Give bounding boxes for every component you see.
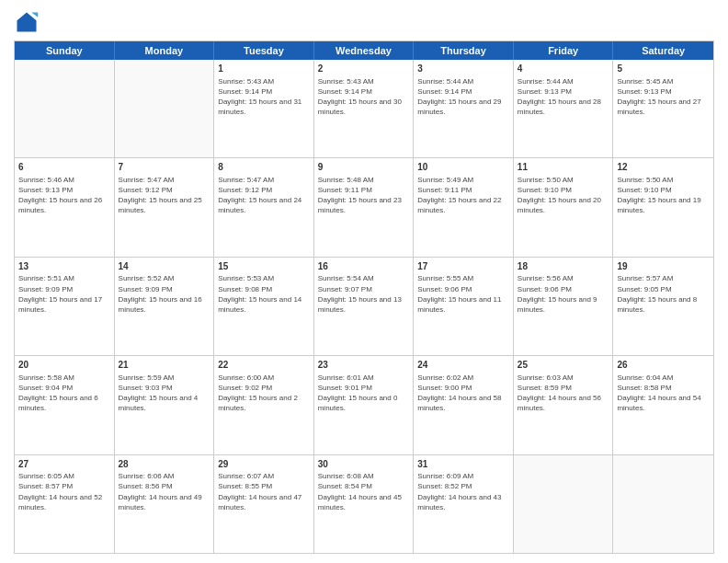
day-number: 14: [119, 260, 210, 273]
day-number: 13: [18, 260, 110, 273]
cal-header-day: Wednesday: [314, 41, 415, 60]
svg-marker-1: [31, 13, 38, 17]
cell-details: Sunrise: 6:08 AM Sunset: 8:54 PM Dayligh…: [318, 471, 410, 512]
day-number: 25: [518, 359, 609, 372]
day-number: 22: [218, 359, 310, 372]
svg-marker-0: [17, 13, 37, 32]
cell-details: Sunrise: 6:05 AM Sunset: 8:57 PM Dayligh…: [18, 471, 110, 512]
calendar-body: 1Sunrise: 5:43 AM Sunset: 9:14 PM Daylig…: [15, 60, 713, 553]
calendar-cell: 19Sunrise: 5:57 AM Sunset: 9:05 PM Dayli…: [613, 258, 713, 355]
calendar-cell: 10Sunrise: 5:49 AM Sunset: 9:11 PM Dayli…: [414, 158, 514, 256]
cell-details: Sunrise: 5:53 AM Sunset: 9:08 PM Dayligh…: [218, 273, 310, 315]
calendar-cell: 21Sunrise: 5:59 AM Sunset: 9:03 PM Dayli…: [115, 356, 215, 454]
cell-details: Sunrise: 5:50 AM Sunset: 9:10 PM Dayligh…: [518, 175, 609, 216]
page: SundayMondayTuesdayWednesdayThursdayFrid…: [0, 0, 728, 563]
cell-details: Sunrise: 5:43 AM Sunset: 9:14 PM Dayligh…: [218, 76, 310, 118]
day-number: 16: [318, 260, 410, 273]
calendar-row: 1Sunrise: 5:43 AM Sunset: 9:14 PM Daylig…: [15, 60, 713, 158]
cal-header-day: Sunday: [15, 41, 115, 60]
calendar-cell: [115, 60, 215, 157]
cell-details: Sunrise: 5:51 AM Sunset: 9:09 PM Dayligh…: [18, 273, 110, 315]
calendar-cell: 28Sunrise: 6:06 AM Sunset: 8:56 PM Dayli…: [115, 455, 215, 553]
day-number: 30: [318, 458, 410, 471]
day-number: 4: [518, 63, 609, 75]
cell-details: Sunrise: 5:58 AM Sunset: 9:04 PM Dayligh…: [18, 373, 110, 414]
day-number: 19: [617, 260, 710, 273]
day-number: 23: [318, 359, 410, 372]
cell-details: Sunrise: 5:50 AM Sunset: 9:10 PM Dayligh…: [617, 175, 710, 216]
cal-header-day: Monday: [115, 41, 215, 60]
day-number: 24: [417, 359, 509, 372]
calendar-header: SundayMondayTuesdayWednesdayThursdayFrid…: [15, 41, 713, 60]
calendar-cell: [514, 455, 614, 553]
calendar-cell: 27Sunrise: 6:05 AM Sunset: 8:57 PM Dayli…: [15, 455, 115, 553]
calendar-cell: 22Sunrise: 6:00 AM Sunset: 9:02 PM Dayli…: [214, 356, 314, 454]
cell-details: Sunrise: 5:47 AM Sunset: 9:12 PM Dayligh…: [218, 175, 310, 216]
cell-details: Sunrise: 5:48 AM Sunset: 9:11 PM Dayligh…: [318, 175, 410, 216]
day-number: 27: [18, 458, 110, 471]
day-number: 9: [318, 161, 410, 174]
calendar-cell: 11Sunrise: 5:50 AM Sunset: 9:10 PM Dayli…: [514, 158, 614, 256]
calendar-row: 13Sunrise: 5:51 AM Sunset: 9:09 PM Dayli…: [15, 258, 713, 356]
calendar-cell: 9Sunrise: 5:48 AM Sunset: 9:11 PM Daylig…: [314, 158, 415, 256]
calendar-cell: 12Sunrise: 5:50 AM Sunset: 9:10 PM Dayli…: [613, 158, 713, 256]
cell-details: Sunrise: 5:57 AM Sunset: 9:05 PM Dayligh…: [617, 273, 710, 315]
cell-details: Sunrise: 6:09 AM Sunset: 8:52 PM Dayligh…: [417, 471, 509, 512]
calendar-cell: [15, 60, 115, 157]
calendar-cell: 17Sunrise: 5:55 AM Sunset: 9:06 PM Dayli…: [414, 258, 514, 355]
calendar-cell: 6Sunrise: 5:46 AM Sunset: 9:13 PM Daylig…: [15, 158, 115, 256]
calendar-cell: 20Sunrise: 5:58 AM Sunset: 9:04 PM Dayli…: [15, 356, 115, 454]
calendar-cell: 7Sunrise: 5:47 AM Sunset: 9:12 PM Daylig…: [115, 158, 215, 256]
cal-header-day: Thursday: [414, 41, 514, 60]
cell-details: Sunrise: 5:56 AM Sunset: 9:06 PM Dayligh…: [518, 273, 609, 315]
day-number: 2: [318, 63, 410, 75]
day-number: 18: [518, 260, 609, 273]
day-number: 15: [218, 260, 310, 273]
header: [14, 9, 714, 35]
day-number: 29: [218, 458, 310, 471]
calendar-cell: 26Sunrise: 6:04 AM Sunset: 8:58 PM Dayli…: [613, 356, 713, 454]
cell-details: Sunrise: 6:01 AM Sunset: 9:01 PM Dayligh…: [318, 373, 410, 414]
cell-details: Sunrise: 5:47 AM Sunset: 9:12 PM Dayligh…: [119, 175, 210, 216]
calendar-cell: 16Sunrise: 5:54 AM Sunset: 9:07 PM Dayli…: [314, 258, 415, 355]
calendar-row: 6Sunrise: 5:46 AM Sunset: 9:13 PM Daylig…: [15, 158, 713, 257]
cell-details: Sunrise: 6:04 AM Sunset: 8:58 PM Dayligh…: [617, 373, 710, 414]
cell-details: Sunrise: 6:02 AM Sunset: 9:00 PM Dayligh…: [417, 373, 509, 414]
cell-details: Sunrise: 6:06 AM Sunset: 8:56 PM Dayligh…: [119, 471, 210, 512]
calendar: SundayMondayTuesdayWednesdayThursdayFrid…: [14, 40, 714, 554]
cal-header-day: Tuesday: [214, 41, 314, 60]
day-number: 7: [119, 161, 210, 174]
cell-details: Sunrise: 6:07 AM Sunset: 8:55 PM Dayligh…: [218, 471, 310, 512]
day-number: 17: [417, 260, 509, 273]
calendar-cell: 23Sunrise: 6:01 AM Sunset: 9:01 PM Dayli…: [314, 356, 415, 454]
day-number: 3: [417, 63, 509, 75]
cell-details: Sunrise: 5:44 AM Sunset: 9:14 PM Dayligh…: [417, 76, 509, 118]
calendar-cell: 14Sunrise: 5:52 AM Sunset: 9:09 PM Dayli…: [115, 258, 215, 355]
cell-details: Sunrise: 5:49 AM Sunset: 9:11 PM Dayligh…: [417, 175, 509, 216]
cell-details: Sunrise: 6:00 AM Sunset: 9:02 PM Dayligh…: [218, 373, 310, 414]
cell-details: Sunrise: 5:54 AM Sunset: 9:07 PM Dayligh…: [318, 273, 410, 315]
day-number: 5: [617, 63, 710, 75]
cell-details: Sunrise: 5:45 AM Sunset: 9:13 PM Dayligh…: [617, 76, 710, 118]
day-number: 11: [518, 161, 609, 174]
cell-details: Sunrise: 6:03 AM Sunset: 8:59 PM Dayligh…: [518, 373, 609, 414]
cell-details: Sunrise: 5:46 AM Sunset: 9:13 PM Dayligh…: [18, 175, 110, 216]
day-number: 8: [218, 161, 310, 174]
calendar-cell: 3Sunrise: 5:44 AM Sunset: 9:14 PM Daylig…: [414, 60, 514, 157]
day-number: 10: [417, 161, 509, 174]
calendar-cell: 29Sunrise: 6:07 AM Sunset: 8:55 PM Dayli…: [214, 455, 314, 553]
day-number: 31: [417, 458, 509, 471]
day-number: 21: [119, 359, 210, 372]
calendar-cell: 15Sunrise: 5:53 AM Sunset: 9:08 PM Dayli…: [214, 258, 314, 355]
day-number: 26: [617, 359, 710, 372]
calendar-cell: [613, 455, 713, 553]
calendar-cell: 24Sunrise: 6:02 AM Sunset: 9:00 PM Dayli…: [414, 356, 514, 454]
cell-details: Sunrise: 5:44 AM Sunset: 9:13 PM Dayligh…: [518, 76, 609, 118]
cell-details: Sunrise: 5:59 AM Sunset: 9:03 PM Dayligh…: [119, 373, 210, 414]
calendar-cell: 8Sunrise: 5:47 AM Sunset: 9:12 PM Daylig…: [214, 158, 314, 256]
calendar-row: 27Sunrise: 6:05 AM Sunset: 8:57 PM Dayli…: [15, 455, 713, 553]
day-number: 20: [18, 359, 110, 372]
cell-details: Sunrise: 5:55 AM Sunset: 9:06 PM Dayligh…: [417, 273, 509, 315]
day-number: 28: [119, 458, 210, 471]
calendar-cell: 31Sunrise: 6:09 AM Sunset: 8:52 PM Dayli…: [414, 455, 514, 553]
